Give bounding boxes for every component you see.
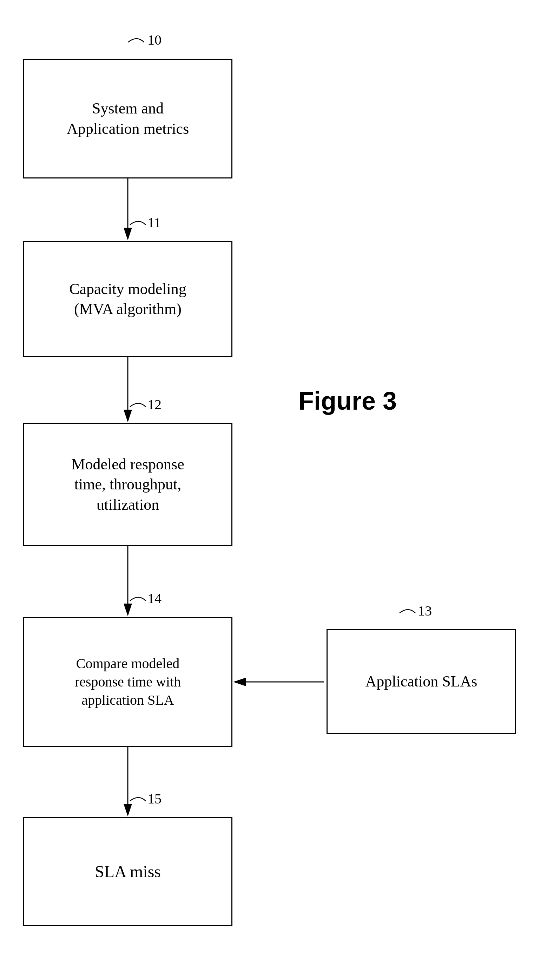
box-11: Capacity modeling(MVA algorithm) [23, 241, 232, 357]
box-13: Application SLAs [327, 629, 516, 734]
label-14: 14 [147, 590, 162, 607]
label-13: 13 [418, 603, 432, 619]
box-11-label: Capacity modeling(MVA algorithm) [69, 279, 187, 319]
box-15-label: SLA miss [95, 861, 161, 883]
label-10: 10 [147, 32, 162, 48]
label-12: 12 [147, 396, 162, 413]
box-14-label: Compare modeledresponse time withapplica… [75, 654, 181, 709]
box-12-label: Modeled responsetime, throughput,utiliza… [71, 454, 184, 515]
figure-title: Figure 3 [298, 386, 397, 415]
box-14: Compare modeledresponse time withapplica… [23, 617, 232, 747]
box-10: System andApplication metrics [23, 58, 232, 179]
label-11: 11 [147, 214, 161, 231]
box-12: Modeled responsetime, throughput,utiliza… [23, 423, 232, 546]
diagram-container: System andApplication metrics 10 Capacit… [0, 0, 560, 970]
box-13-label: Application SLAs [365, 671, 477, 691]
label-15: 15 [147, 790, 162, 807]
box-15: SLA miss [23, 817, 232, 926]
box-10-label: System andApplication metrics [67, 99, 189, 139]
